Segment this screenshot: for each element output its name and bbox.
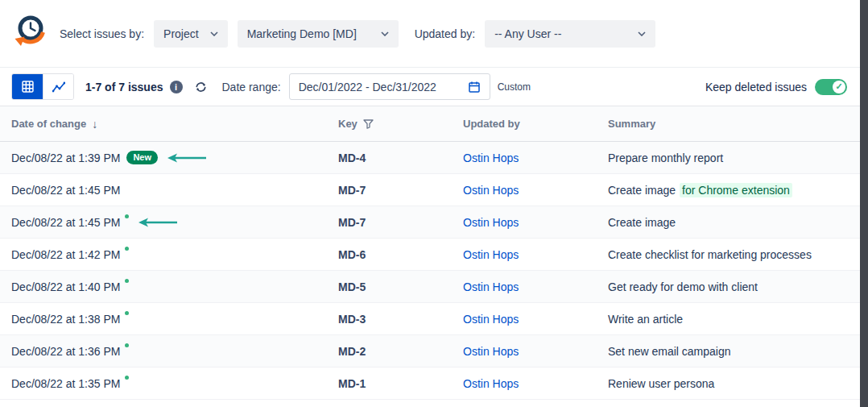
updated-by-link[interactable]: Ostin Hops — [463, 248, 519, 261]
keep-deleted-control: Keep deleted issues ✓ — [705, 79, 847, 95]
table-row: Dec/08/22 at 1:36 PM MD-2 Ostin Hops Set… — [0, 335, 868, 368]
issue-key: MD-2 — [338, 345, 463, 358]
select-by-dropdown[interactable]: Project — [154, 20, 228, 48]
filter-icon[interactable] — [363, 119, 374, 129]
updated-by-label: Updated by: — [415, 27, 476, 40]
issue-count: 1-7 of 7 issues — [85, 81, 163, 93]
change-date: Dec/08/22 at 1:45 PM — [11, 216, 120, 229]
new-badge: New — [126, 151, 158, 164]
custom-range-label: Custom — [498, 81, 531, 93]
date-cell: Dec/08/22 at 1:35 PM — [11, 377, 338, 390]
table-row: Dec/08/22 at 1:35 PM MD-1 Ostin Hops Ren… — [0, 368, 868, 400]
chevron-down-icon — [381, 31, 389, 36]
issue-summary: Get ready for demo with client — [608, 280, 868, 293]
table-row: Dec/08/22 at 1:39 PM New MD-4 Ostin Hops… — [0, 142, 868, 174]
project-dropdown[interactable]: Marketing Demo [MD] — [238, 20, 399, 48]
line-chart-icon — [52, 81, 65, 93]
issue-summary: Create image — [608, 216, 868, 229]
date-range-label: Date range: — [222, 81, 281, 93]
issue-key: MD-7 — [338, 184, 463, 197]
change-date: Dec/08/22 at 1:39 PM — [11, 152, 120, 164]
summary-diff-highlight: for Chrome extension — [680, 183, 792, 197]
date-range-value: Dec/01/2022 - Dec/31/2022 — [299, 81, 436, 93]
chevron-down-icon — [638, 31, 646, 36]
issue-key: MD-3 — [338, 313, 463, 326]
refresh-icon[interactable] — [194, 81, 208, 93]
change-date: Dec/08/22 at 1:38 PM — [11, 313, 120, 326]
change-date: Dec/08/22 at 1:42 PM — [11, 248, 120, 261]
unread-dot — [125, 247, 129, 251]
change-date: Dec/08/22 at 1:40 PM — [11, 280, 120, 293]
keep-deleted-toggle[interactable]: ✓ — [815, 79, 847, 95]
issue-key: MD-7 — [338, 216, 463, 229]
view-toggle — [11, 73, 74, 100]
issue-summary: Create image for Chrome extension — [608, 183, 868, 197]
toolbar: 1-7 of 7 issues i Date range: Dec/01/202… — [0, 68, 868, 106]
updated-by-link[interactable]: Ostin Hops — [463, 152, 519, 164]
change-date: Dec/08/22 at 1:36 PM — [11, 345, 120, 358]
app-logo-icon — [11, 13, 48, 55]
issue-key: MD-6 — [338, 248, 463, 261]
info-icon[interactable]: i — [170, 81, 183, 93]
table-row: Dec/08/22 at 1:42 PM MD-6 Ostin Hops Cre… — [0, 239, 868, 271]
calendar-icon[interactable] — [468, 81, 481, 93]
column-updated-by[interactable]: Updated by — [463, 118, 608, 130]
column-summary[interactable]: Summary — [608, 118, 868, 130]
grid-view-button[interactable] — [12, 74, 43, 99]
table-row: Dec/08/22 at 1:45 PM MD-7 Ostin Hops Cre… — [0, 206, 868, 239]
unread-dot — [125, 311, 129, 315]
table-row: Dec/08/22 at 1:40 PM MD-5 Ostin Hops Get… — [0, 271, 868, 303]
date-cell: Dec/08/22 at 1:38 PM — [11, 313, 338, 326]
change-date: Dec/08/22 at 1:35 PM — [11, 377, 120, 390]
issue-key: MD-1 — [338, 377, 463, 390]
table-grid-icon — [22, 81, 34, 93]
issue-key: MD-5 — [338, 280, 463, 293]
column-date-of-change[interactable]: Date of change ↓ — [11, 118, 338, 131]
issue-summary: Set new email campaign — [608, 345, 868, 358]
issue-summary: Create checklist for marketing processes — [608, 248, 868, 261]
date-range-input[interactable]: Dec/01/2022 - Dec/31/2022 — [289, 73, 490, 100]
select-by-value: Project — [163, 27, 199, 40]
window-edge — [860, 0, 868, 407]
issue-key: MD-4 — [338, 152, 463, 164]
annotation-arrow-icon — [166, 153, 208, 163]
updated-by-link[interactable]: Ostin Hops — [463, 377, 519, 390]
table-body: Dec/08/22 at 1:39 PM New MD-4 Ostin Hops… — [0, 142, 868, 400]
keep-deleted-label: Keep deleted issues — [705, 81, 807, 93]
check-icon: ✓ — [833, 81, 845, 93]
date-cell: Dec/08/22 at 1:40 PM — [11, 280, 338, 293]
table-row: Dec/08/22 at 1:38 PM MD-3 Ostin Hops Wri… — [0, 303, 868, 335]
project-value: Marketing Demo [MD] — [247, 27, 357, 40]
date-cell: Dec/08/22 at 1:39 PM New — [11, 151, 338, 164]
change-date: Dec/08/22 at 1:45 PM — [11, 184, 120, 197]
unread-dot — [125, 343, 129, 347]
updated-by-link[interactable]: Ostin Hops — [463, 313, 519, 326]
chart-view-button[interactable] — [43, 74, 73, 99]
updated-by-link[interactable]: Ostin Hops — [463, 184, 519, 197]
annotation-arrow-icon — [137, 218, 179, 227]
unread-dot — [125, 279, 129, 283]
date-cell: Dec/08/22 at 1:42 PM — [11, 248, 338, 261]
select-issues-label: Select issues by: — [60, 27, 144, 40]
chevron-down-icon — [210, 31, 218, 36]
issue-summary: Reniew user persona — [608, 377, 868, 390]
user-filter-value: -- Any User -- — [494, 27, 561, 40]
topbar: Select issues by: Project Marketing Demo… — [0, 0, 868, 68]
unread-dot — [125, 214, 129, 218]
unread-dot — [125, 376, 129, 380]
column-key[interactable]: Key — [338, 118, 463, 130]
updated-by-link[interactable]: Ostin Hops — [463, 345, 519, 358]
table-header: Date of change ↓ Key Updated by Summary — [0, 106, 868, 142]
date-cell: Dec/08/22 at 1:45 PM — [11, 216, 338, 229]
date-cell: Dec/08/22 at 1:45 PM — [11, 184, 338, 197]
issue-summary: Prepare monthly report — [608, 152, 868, 164]
user-filter-dropdown[interactable]: -- Any User -- — [485, 20, 655, 48]
issue-summary: Write an article — [608, 313, 868, 326]
sort-desc-icon[interactable]: ↓ — [92, 118, 97, 131]
updated-by-link[interactable]: Ostin Hops — [463, 216, 519, 229]
table-row: Dec/08/22 at 1:45 PM MD-7 Ostin Hops Cre… — [0, 174, 868, 206]
updated-by-link[interactable]: Ostin Hops — [463, 280, 519, 293]
date-cell: Dec/08/22 at 1:36 PM — [11, 345, 338, 358]
